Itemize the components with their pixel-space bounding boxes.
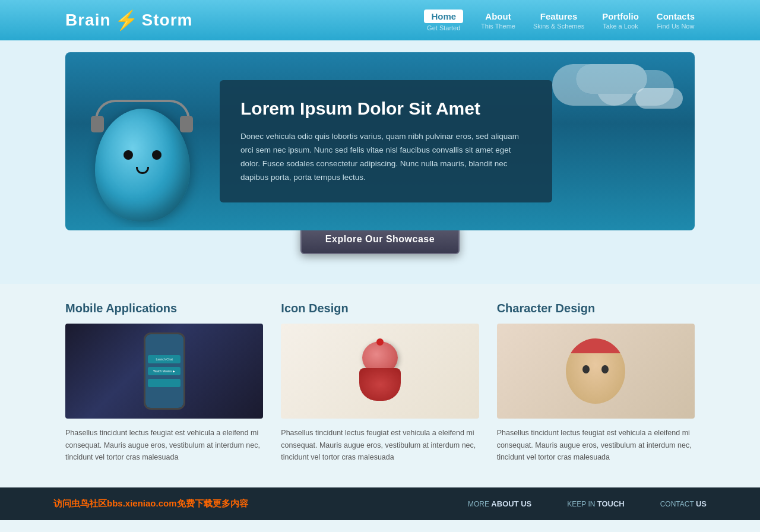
main-nav: Home Get Started About This Theme Featur… xyxy=(424,10,695,31)
feature-mobile-title: Mobile Applications xyxy=(65,302,263,315)
feature-character-desc: Phasellus tincidunt lectus feugiat est v… xyxy=(497,427,695,464)
header: Brain ⚡ Storm Home Get Started About Thi… xyxy=(0,0,760,40)
nav-features-label: Features xyxy=(533,11,584,21)
hero-title: Lorem Ipsum Dolor Sit Amet xyxy=(240,98,531,119)
nav-portfolio-sub: Take a Look xyxy=(602,23,639,30)
footer-link-touch-prefix: KEEP IN xyxy=(567,500,597,508)
footer-link-about[interactable]: MORE ABOUT US xyxy=(468,499,531,508)
nav-features-sub: Skins & Schemes xyxy=(533,23,584,30)
hero-content-box: Lorem Ipsum Dolor Sit Amet Donec vehicul… xyxy=(220,80,552,202)
logo-brain: Brain xyxy=(65,11,111,30)
phone-btn-2: Watch Movies ▶ xyxy=(148,367,180,375)
nav-item-features[interactable]: Features Skins & Schemes xyxy=(533,11,584,30)
footer-link-touch[interactable]: KEEP IN TOUCH xyxy=(567,499,624,508)
footer-link-contact[interactable]: CONTACT US xyxy=(660,499,707,508)
footer-link-contact-prefix: CONTACT xyxy=(660,500,696,508)
headphones-icon xyxy=(92,97,193,132)
feature-icon-desc: Phasellus tincidunt lectus feugiat est v… xyxy=(281,427,479,464)
character-eye-right xyxy=(152,150,162,160)
character-eyes xyxy=(582,365,609,373)
nav-item-portfolio[interactable]: Portfolio Take a Look xyxy=(602,11,639,30)
footer-link-touch-main: TOUCH xyxy=(597,499,625,508)
phone-mockup: Launch Chat Watch Movies ▶ xyxy=(144,332,185,410)
character-mouth xyxy=(136,167,149,174)
cherry-icon xyxy=(376,338,384,346)
char-eye-left xyxy=(582,365,590,373)
logo[interactable]: Brain ⚡ Storm xyxy=(65,9,192,31)
hero-banner: Lorem Ipsum Dolor Sit Amet Donec vehicul… xyxy=(65,52,695,230)
nav-item-contacts[interactable]: Contacts Find Us Now xyxy=(657,11,695,30)
feature-col-character: Character Design Phasellus tincidunt lec… xyxy=(497,302,695,464)
logo-storm: Storm xyxy=(142,11,193,30)
nav-portfolio-label: Portfolio xyxy=(602,11,639,21)
hero-section: Lorem Ipsum Dolor Sit Amet Donec vehicul… xyxy=(0,40,760,284)
feature-col-icon: Icon Design Phasellus tincidunt lectus f… xyxy=(281,302,479,464)
logo-bolt-icon: ⚡ xyxy=(115,9,138,31)
feature-character-title: Character Design xyxy=(497,302,695,315)
phone-btn-1: Launch Chat xyxy=(148,355,180,363)
footer-links: MORE ABOUT US KEEP IN TOUCH CONTACT US xyxy=(468,499,707,508)
feature-mobile-image: Launch Chat Watch Movies ▶ xyxy=(65,324,263,419)
nav-about-sub: This Theme xyxy=(481,23,515,30)
feature-icon-image xyxy=(281,324,479,419)
feature-col-mobile: Mobile Applications Launch Chat Watch Mo… xyxy=(65,302,263,464)
ice-cream-cup xyxy=(359,368,401,401)
footer-watermark: 访问虫鸟社区bbs.xieniao.com免费下载更多内容 xyxy=(53,498,248,509)
char-eye-right xyxy=(601,365,609,373)
nav-item-home[interactable]: Home Get Started xyxy=(424,10,463,31)
ice-cream-illustration xyxy=(356,341,404,401)
phone-btn-2-label: Watch Movies ▶ xyxy=(153,369,175,373)
footer: 访问虫鸟社区bbs.xieniao.com免费下载更多内容 MORE ABOUT… xyxy=(0,487,760,520)
nav-home-sub: Get Started xyxy=(424,24,463,31)
feature-character-image xyxy=(497,324,695,419)
hero-body-text: Donec vehicula odio quis lobortis varius… xyxy=(240,130,531,185)
phone-btn-3 xyxy=(148,379,180,387)
nav-about-label: About xyxy=(481,11,515,21)
character-body xyxy=(95,109,190,221)
character-hat xyxy=(566,338,625,353)
character-eye-left xyxy=(124,150,133,160)
character-face-illustration xyxy=(566,338,625,404)
phone-btn-1-label: Launch Chat xyxy=(156,357,172,361)
nav-home-label: Home xyxy=(424,10,463,23)
hero-character-illustration xyxy=(65,55,220,227)
nav-contacts-label: Contacts xyxy=(657,11,695,21)
features-section: Mobile Applications Launch Chat Watch Mo… xyxy=(0,284,760,487)
footer-link-about-prefix: MORE xyxy=(468,500,491,508)
footer-link-contact-main: US xyxy=(696,499,707,508)
feature-icon-title: Icon Design xyxy=(281,302,479,315)
feature-mobile-desc: Phasellus tincidunt lectus feugiat est v… xyxy=(65,427,263,464)
footer-link-about-main: ABOUT US xyxy=(491,499,531,508)
hero-cta-wrapper: Explore Our Showcase xyxy=(65,224,695,266)
nav-contacts-sub: Find Us Now xyxy=(657,23,695,30)
nav-item-about[interactable]: About This Theme xyxy=(481,11,515,30)
phone-screen: Launch Chat Watch Movies ▶ xyxy=(145,334,183,408)
